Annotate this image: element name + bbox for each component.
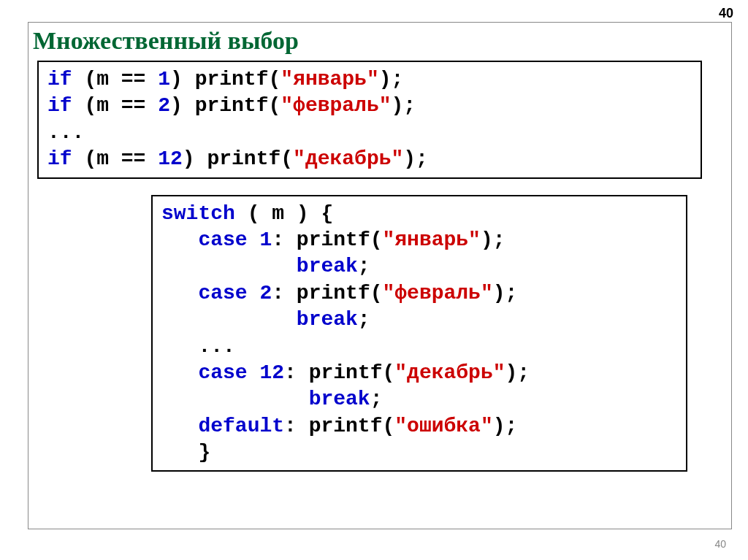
code-token: (m == bbox=[72, 147, 159, 170]
code-token bbox=[161, 308, 297, 331]
code-token: break bbox=[309, 388, 370, 410]
code-token: 1 bbox=[259, 229, 272, 251]
code-token: 12 bbox=[158, 147, 183, 170]
code-token: ); bbox=[493, 415, 518, 437]
code-token: case bbox=[198, 282, 247, 304]
code-token: if bbox=[47, 68, 72, 91]
code-token: case bbox=[198, 229, 247, 251]
code-token: ); bbox=[481, 229, 505, 251]
code-token bbox=[161, 255, 297, 277]
code-token: (m == bbox=[72, 94, 159, 117]
code-token: : printf( bbox=[284, 415, 394, 437]
code-token: ( m ) { bbox=[235, 202, 333, 225]
code-token: ); bbox=[379, 68, 404, 91]
code-block-switch: switch ( m ) { case 1: printf("январь");… bbox=[151, 195, 687, 472]
page-number-top: 40 bbox=[719, 6, 733, 21]
code-token: "ошибка" bbox=[394, 415, 492, 437]
code-token: "декабрь" bbox=[293, 147, 403, 170]
code-token: 1 bbox=[158, 68, 170, 91]
code-token: ) printf( bbox=[170, 68, 280, 91]
code-token: ) printf( bbox=[183, 147, 293, 170]
code-token: } bbox=[161, 441, 210, 464]
code-token: ); bbox=[493, 282, 530, 304]
page-number-bottom: 40 bbox=[714, 538, 726, 550]
code-token: 12 bbox=[259, 361, 284, 384]
code-token bbox=[161, 388, 309, 410]
code-token bbox=[161, 282, 198, 304]
code-token: ... bbox=[161, 335, 235, 358]
code-token: ... bbox=[47, 121, 84, 144]
code-token: ; bbox=[370, 388, 383, 410]
code-token: default bbox=[198, 415, 284, 437]
code-token: switch bbox=[161, 202, 235, 225]
code-token: "февраль" bbox=[280, 94, 391, 117]
code-token: : printf( bbox=[272, 229, 382, 251]
code-token bbox=[248, 229, 260, 251]
code-token: 2 bbox=[259, 282, 272, 304]
code-token: if bbox=[47, 147, 72, 170]
code-token: if bbox=[47, 94, 72, 117]
code-token: ) printf( bbox=[170, 94, 280, 117]
code-token: break bbox=[297, 255, 358, 277]
code-token: ); bbox=[505, 361, 530, 384]
slide-title: Множественный выбор bbox=[33, 27, 731, 55]
code-token bbox=[248, 282, 260, 304]
code-token: ; bbox=[358, 308, 370, 331]
code-token: ); bbox=[403, 147, 428, 170]
code-token: "декабрь" bbox=[394, 361, 505, 384]
slide-frame: Множественный выбор if (m == 1) printf("… bbox=[28, 22, 732, 529]
code-token bbox=[161, 415, 198, 437]
code-token: : printf( bbox=[284, 361, 394, 384]
code-token bbox=[161, 361, 198, 384]
code-token: ; bbox=[358, 255, 370, 277]
code-token: case bbox=[198, 361, 247, 384]
code-block-if: if (m == 1) printf("январь"); if (m == 2… bbox=[37, 61, 702, 179]
code-token: (m == bbox=[72, 68, 159, 91]
code-token: : printf( bbox=[272, 282, 382, 304]
code-token: ); bbox=[392, 94, 416, 117]
code-token: "январь" bbox=[383, 229, 481, 251]
code-token bbox=[248, 361, 260, 384]
code-token: 2 bbox=[158, 94, 170, 117]
code-token bbox=[161, 229, 198, 251]
code-token: break bbox=[297, 308, 358, 331]
code-token: "январь" bbox=[280, 68, 378, 91]
code-token: "февраль" bbox=[383, 282, 493, 304]
